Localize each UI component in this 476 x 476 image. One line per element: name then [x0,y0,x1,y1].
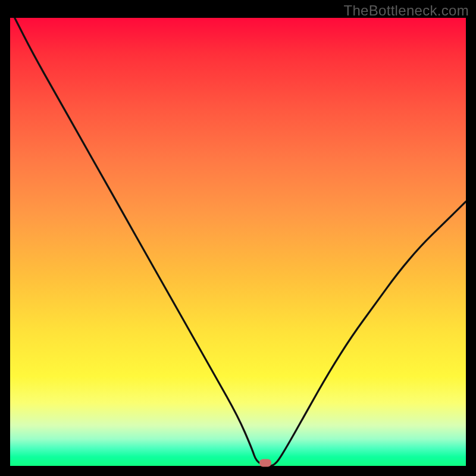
chart-frame: TheBottleneck.com [0,0,476,476]
valley-marker [259,459,271,467]
bottleneck-curve [10,18,466,466]
watermark-text: TheBottleneck.com [343,2,469,19]
plot-outer [10,18,466,466]
